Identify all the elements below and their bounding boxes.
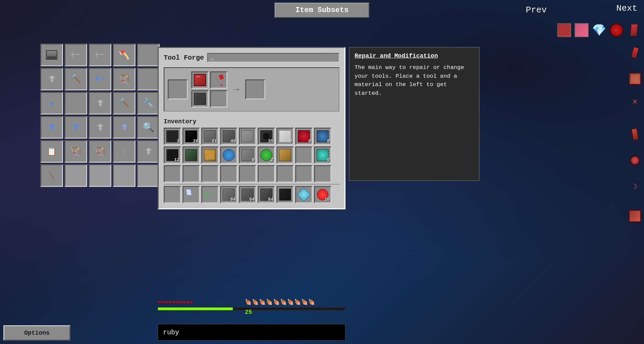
heart-5: ❤ (172, 299, 175, 305)
inv-slot-15[interactable] (276, 146, 294, 164)
hotbar-slot-8[interactable]: 15 (314, 186, 331, 203)
grid-item-hammer-2[interactable]: 🔨 (113, 92, 136, 115)
inv-slot-4[interactable] (239, 128, 256, 145)
grid-item-pickaxe-blue[interactable]: ⛏ (89, 68, 111, 90)
options-button[interactable]: Options (3, 325, 70, 341)
prev-button[interactable]: Prev (523, 2, 550, 18)
inv-slot-8[interactable]: 0 (314, 128, 331, 145)
info-panel: Repair and Modification The main way to … (349, 47, 480, 181)
hotbar-slot-4[interactable]: 64 (239, 186, 256, 203)
hotbar-slot-0[interactable] (164, 186, 181, 203)
tool-forge-input[interactable] (207, 53, 339, 62)
inv-slot-11[interactable] (201, 146, 219, 164)
inv-slot-9[interactable]: 12 (164, 146, 181, 164)
craft-arrow: → (231, 84, 242, 95)
heart-3: ❤ (165, 299, 168, 305)
grid-item-anvil[interactable] (40, 44, 63, 66)
grid-item-wrench[interactable]: 🔧 (137, 92, 160, 115)
grid-item-sword-2[interactable]: 🗡 (89, 92, 111, 115)
grid-item-arrow[interactable]: ↑ (113, 140, 136, 163)
right-icon-2[interactable] (573, 22, 590, 39)
inv-slot-2[interactable]: 21 (201, 128, 219, 145)
hotbar-slot-3[interactable]: 64 (220, 186, 237, 203)
inv-slot-13[interactable]: 0 (239, 146, 256, 164)
inv-slot-20[interactable] (201, 165, 219, 183)
grid-item-sword-4[interactable]: 🗡 (113, 116, 136, 139)
right-icon-4[interactable] (608, 22, 625, 39)
right-item-3[interactable]: ✕ (628, 94, 642, 109)
inv-slot-10[interactable] (182, 146, 200, 164)
right-item-1[interactable] (628, 45, 642, 60)
grid-item-pickaxe-iron[interactable]: ⛏ (64, 44, 87, 66)
grid-item-empty-4[interactable] (137, 164, 160, 187)
grid-item-pickaxe-4[interactable]: ⛏ (64, 92, 87, 115)
right-item-7[interactable] (628, 209, 642, 223)
inv-slot-26[interactable] (314, 165, 331, 183)
grid-item-crossbow-2[interactable]: 🏹 (89, 140, 111, 163)
inv-slot-22[interactable] (239, 165, 256, 183)
right-item-5[interactable] (628, 153, 642, 168)
inv-slot-14[interactable]: 2 (258, 146, 275, 164)
grid-item-empty-2[interactable] (89, 164, 111, 187)
hotbar-slot-5[interactable]: 64 (258, 186, 275, 203)
grid-item-lens[interactable]: 🔍 (137, 116, 160, 139)
inv-slot-6[interactable]: 0 (276, 128, 294, 145)
right-item-6[interactable]: ☽ (628, 179, 642, 194)
grid-item-sword-blue[interactable]: 🗡 (40, 116, 63, 139)
inv-slot-24[interactable] (276, 165, 294, 183)
grid-item-sword-blue2[interactable]: 🗡 (64, 116, 87, 139)
grid-item-sign[interactable]: 📋 (40, 140, 63, 163)
grid-item-pickaxe-stone[interactable]: ⛏ (89, 44, 111, 66)
craft-slot-4[interactable] (210, 90, 227, 108)
hunger-2: 🍖 (252, 299, 259, 305)
right-item-4[interactable] (628, 127, 642, 142)
craft-slot-3[interactable] (191, 90, 209, 108)
next-button[interactable]: Next (613, 0, 641, 17)
craft-slot-main[interactable] (168, 79, 188, 99)
right-icon-5[interactable] (626, 22, 642, 39)
options-label: Options (24, 330, 50, 336)
hotbar-slot-6[interactable] (276, 186, 294, 203)
hotbar-slot-7[interactable] (295, 186, 313, 203)
hotbar-slot-2[interactable]: ⛏ (201, 186, 219, 203)
grid-item-stick[interactable]: | (40, 164, 63, 187)
inv-slot-21[interactable] (220, 165, 237, 183)
inv-slot-23[interactable] (258, 165, 275, 183)
grid-item-shuriken[interactable]: ✦ (40, 92, 63, 115)
grid-item-pickaxe-3[interactable]: ⛏ (137, 68, 160, 90)
grid-item-hammer[interactable]: 🔨 (64, 68, 87, 90)
inv-slot-1[interactable]: 28 (182, 128, 200, 145)
grid-item-empty-1[interactable] (64, 164, 87, 187)
grid-item-pickaxe-2[interactable]: ⛏ (137, 44, 160, 66)
craft-slot-2[interactable] (210, 71, 227, 89)
right-item-2[interactable] (628, 71, 642, 86)
inv-slot-0[interactable]: 3 (164, 128, 181, 145)
slot-count-0: 3 (177, 139, 179, 144)
inv-slot-17[interactable]: 0 (314, 146, 331, 164)
inv-slot-19[interactable] (182, 165, 200, 183)
heart-7: ❤ (179, 299, 182, 305)
grid-item-empty-3[interactable] (113, 164, 136, 187)
grid-item-bow[interactable]: 🏹 (64, 140, 87, 163)
right-icon-3[interactable]: 💎 (591, 22, 607, 39)
inv-slot-7[interactable]: 0 (295, 128, 313, 145)
grid-item-sword-stone[interactable]: 🗡 (40, 68, 63, 90)
hunger-7: 🍖 (287, 299, 294, 305)
grid-item-sword-3[interactable]: 🗡 (89, 116, 111, 139)
grid-item-sword-5[interactable]: 🗡 (137, 140, 160, 163)
inv-slot-5[interactable]: 35 (258, 128, 275, 145)
slot-count-14: 2 (271, 157, 273, 162)
inv-slot-18[interactable] (164, 165, 181, 183)
craft-slot-1[interactable] (191, 71, 209, 89)
hotbar-slot-1[interactable] (182, 186, 200, 203)
inv-slot-16[interactable] (295, 146, 313, 164)
heart-6: ❤ (175, 299, 179, 305)
craft-result-slot[interactable] (245, 79, 265, 99)
grid-item-axe-iron[interactable]: 🪓 (113, 44, 136, 66)
inv-slot-25[interactable] (295, 165, 313, 183)
right-icon-1[interactable] (556, 22, 573, 39)
inv-slot-3[interactable]: 49 (220, 128, 237, 145)
slot-count-8: 0 (327, 139, 330, 144)
inv-slot-12[interactable] (220, 146, 237, 164)
grid-item-crossbow[interactable]: 🏹 (113, 68, 136, 90)
